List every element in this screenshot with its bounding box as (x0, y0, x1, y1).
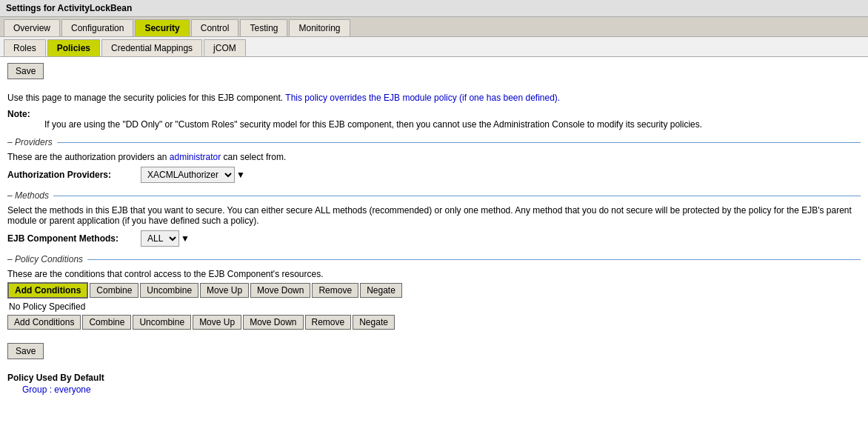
policy-conditions-title: – Policy Conditions (7, 254, 83, 264)
methods-description: Select the methods in this EJB that you … (7, 205, 861, 226)
tab-security[interactable]: Security (135, 19, 189, 36)
ejb-methods-select[interactable]: ALL (141, 230, 179, 247)
policy-conditions-section-header: – Policy Conditions (7, 254, 861, 264)
action-btn-move-up-btn-row-2[interactable]: Move Up (193, 315, 241, 330)
policy-used-value: Group : everyone (7, 384, 861, 395)
info-text-1: Use this page to manage the security pol… (7, 93, 283, 103)
providers-section-header: – Providers (7, 137, 861, 147)
note-block: Note: If you are using the "DD Only" or … (7, 109, 861, 130)
policy-conditions-desc-text: These are the conditions that control ac… (7, 269, 324, 279)
note-indent: If you are using the "DD Only" or "Custo… (44, 119, 861, 130)
note-label: Note: (7, 109, 30, 119)
methods-section-header: – Methods (7, 190, 861, 201)
methods-line (53, 196, 861, 196)
sub-tab-credential-mappings[interactable]: Credential Mappings (101, 39, 202, 56)
ejb-methods-row: EJB Component Methods: ALL ▼ (7, 230, 861, 247)
save-button-top[interactable]: Save (7, 63, 44, 79)
auth-providers-row: Authorization Providers: XACMLAuthorizer… (7, 167, 861, 183)
action-btn-remove-btn-row-1[interactable]: Remove (312, 283, 358, 298)
action-btn-negate-btn-row-2[interactable]: Negate (353, 315, 395, 330)
save-button-bottom[interactable]: Save (7, 343, 44, 359)
sub-tab-jcom[interactable]: jCOM (204, 39, 246, 56)
action-btn-move-down-btn-row-1[interactable]: Move Down (250, 283, 310, 298)
sub-tab-roles[interactable]: Roles (4, 39, 46, 56)
action-btn-add-conditions-btn-row-2[interactable]: Add Conditions (7, 315, 81, 330)
dropdown-icon: ▼ (236, 170, 245, 180)
action-btn-negate-btn-row-1[interactable]: Negate (360, 283, 402, 298)
sub-tab-policies[interactable]: Policies (47, 39, 100, 56)
action-btn-combine-btn-row-2[interactable]: Combine (82, 315, 131, 330)
ejb-methods-label: EJB Component Methods: (7, 233, 141, 244)
providers-description: These are the authorization providers an… (7, 152, 861, 162)
methods-title: – Methods (7, 190, 49, 201)
auth-providers-label: Authorization Providers: (7, 170, 141, 180)
title-bar: Settings for ActivityLockBean (0, 0, 868, 17)
note-text: If you are using the "DD Only" or "Custo… (44, 119, 702, 130)
tab-monitoring[interactable]: Monitoring (289, 19, 350, 36)
btn-row-1: Add ConditionsCombineUncombineMove UpMov… (7, 282, 861, 299)
methods-desc-text: Select the methods in this EJB that you … (7, 205, 852, 226)
action-btn-move-up-btn-row-1[interactable]: Move Up (200, 283, 249, 298)
action-btn-uncombine-btn-row-2[interactable]: Uncombine (133, 315, 191, 330)
policy-conditions-description: These are the conditions that control ac… (7, 269, 861, 279)
main-tab-bar: Overview Configuration Security Control … (0, 17, 868, 37)
info-block: Use this page to manage the security pol… (7, 91, 861, 104)
administrator-link[interactable]: administrator (170, 152, 221, 162)
info-link[interactable]: This policy overrides the EJB module pol… (285, 93, 560, 103)
policy-conditions-line (87, 259, 861, 260)
tab-control[interactable]: Control (191, 19, 239, 36)
action-btn-combine-btn-row-1[interactable]: Combine (90, 283, 138, 298)
btn-row-2: Add ConditionsCombineUncombineMove UpMov… (7, 315, 861, 330)
content-area: Save Use this page to manage the securit… (0, 57, 868, 401)
page-title: Settings for ActivityLockBean (6, 3, 132, 13)
sub-tab-bar: Roles Policies Credential Mappings jCOM (0, 37, 868, 57)
auth-providers-select[interactable]: XACMLAuthorizer (141, 167, 235, 183)
action-btn-remove-btn-row-2[interactable]: Remove (305, 315, 352, 330)
tab-overview[interactable]: Overview (4, 19, 60, 36)
no-policy-text: No Policy Specified (7, 301, 861, 312)
providers-desc-text2: can select from. (224, 152, 287, 162)
group-everyone-link[interactable]: Group : everyone (22, 384, 91, 395)
providers-desc-text: These are the authorization providers an (7, 152, 167, 162)
action-btn-move-down-btn-row-2[interactable]: Move Down (243, 315, 303, 330)
policy-used-title: Policy Used By Default (7, 373, 861, 383)
tab-configuration[interactable]: Configuration (61, 19, 133, 36)
action-btn-uncombine-btn-row-1[interactable]: Uncombine (140, 283, 198, 298)
methods-dropdown-icon: ▼ (181, 233, 190, 244)
action-btn-add-conditions-btn-row-1[interactable]: Add Conditions (7, 282, 88, 299)
providers-title: – Providers (7, 137, 53, 147)
policy-used-section: Policy Used By Default Group : everyone (7, 373, 861, 395)
tab-testing[interactable]: Testing (240, 19, 287, 36)
providers-line (57, 142, 861, 143)
